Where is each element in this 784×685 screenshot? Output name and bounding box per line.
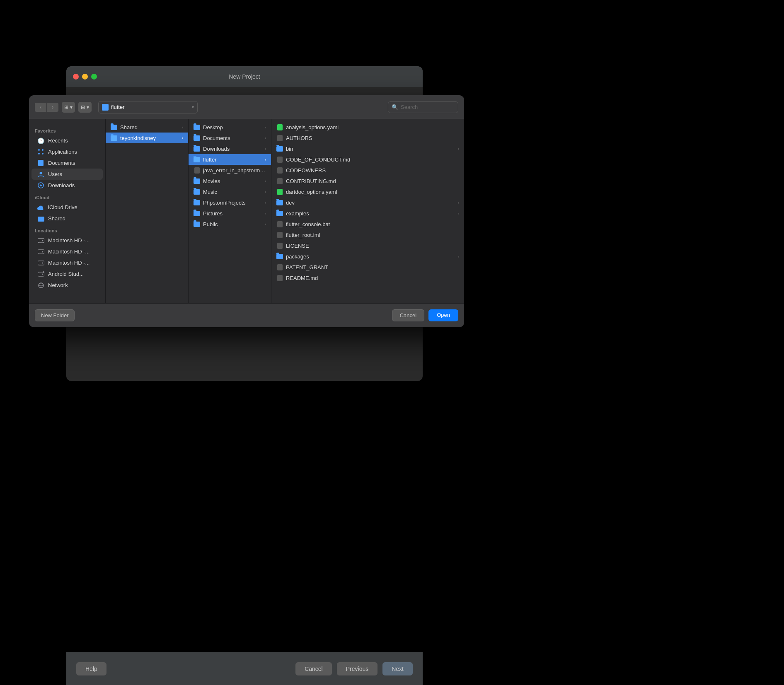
- cancel-button-bg[interactable]: Cancel: [295, 662, 332, 675]
- bg-titlebar: New Project: [66, 66, 423, 87]
- panel1-shared-arrow: ›: [182, 125, 183, 130]
- panel3-examples-arrow: ›: [458, 211, 459, 216]
- nav-btn-group: ‹ ›: [35, 103, 58, 112]
- panel3-dartdoc-name: dartdoc_options.yaml: [286, 189, 459, 195]
- sidebar-item-users[interactable]: Users: [31, 169, 103, 180]
- panel2-pictures-name: Pictures: [203, 210, 262, 217]
- sidebar-item-documents[interactable]: Documents: [31, 157, 103, 169]
- panel2-flutter-name: flutter: [203, 157, 262, 163]
- panel3-dev-name: dev: [286, 200, 455, 206]
- sidebar-item-network[interactable]: Network: [31, 280, 103, 291]
- sidebar-item-macintosh-hd-2[interactable]: Macintosh HD -...: [31, 246, 103, 257]
- panel3-patent-icon: [276, 264, 283, 270]
- panel3-authors-name: AUTHORS: [286, 135, 459, 141]
- panel3-flutter-console[interactable]: flutter_console.bat: [271, 219, 464, 229]
- sidebar-item-icloud-drive[interactable]: iCloud Drive: [31, 202, 103, 213]
- panel3-flutter-root-name: flutter_root.iml: [286, 232, 459, 238]
- svg-rect-4: [38, 160, 44, 166]
- panel2-java-error[interactable]: java_error_in_phpstorm.hprof: [189, 165, 271, 176]
- panel3-flutter-console-icon: [276, 221, 283, 227]
- panel3-flutter-root[interactable]: flutter_root.iml: [271, 229, 464, 240]
- panel2-movies-arrow: ›: [265, 179, 266, 183]
- icloud-label: iCloud: [29, 191, 105, 202]
- sidebar-item-downloads[interactable]: Downloads: [31, 180, 103, 191]
- panel3-authors-icon: [276, 135, 283, 141]
- panel1-shared[interactable]: Shared ›: [106, 122, 188, 133]
- sidebar-item-macintosh-hd-1[interactable]: Macintosh HD -...: [31, 235, 103, 246]
- panel2-documents-arrow: ›: [265, 136, 266, 140]
- location-bar[interactable]: flutter ▾: [98, 101, 198, 113]
- panel1-teyonkindisney-arrow: ›: [182, 136, 183, 140]
- search-box[interactable]: 🔍 Search: [388, 101, 458, 113]
- panel2-documents[interactable]: Documents ›: [189, 133, 271, 143]
- sidebar-item-recents[interactable]: 🕐 Recents: [31, 135, 103, 146]
- nav-back-button[interactable]: ‹: [35, 103, 46, 112]
- view-columns-toggle[interactable]: ⊞ ▾: [62, 102, 75, 113]
- traffic-light-yellow[interactable]: [82, 74, 88, 80]
- panel2-downloads[interactable]: Downloads ›: [189, 143, 271, 154]
- icon-view-arrow: ▾: [87, 104, 89, 110]
- panel3-bin[interactable]: bin ›: [271, 143, 464, 154]
- panel3-authors[interactable]: AUTHORS: [271, 133, 464, 143]
- panel2-public[interactable]: Public ›: [189, 219, 271, 229]
- panel2-phpstorm[interactable]: PhpstormProjects ›: [189, 197, 271, 208]
- panel3-bin-arrow: ›: [458, 147, 459, 151]
- panel3-dartdoc[interactable]: dartdoc_options.yaml: [271, 186, 464, 197]
- previous-button[interactable]: Previous: [337, 662, 377, 675]
- panel3-patent[interactable]: PATENT_GRANT: [271, 262, 464, 273]
- help-button[interactable]: Help: [76, 662, 106, 675]
- sidebar-item-macintosh-hd-3[interactable]: Macintosh HD -...: [31, 257, 103, 268]
- bg-bottom-bar: Help Cancel Previous Next: [66, 652, 423, 685]
- panel3-examples[interactable]: examples ›: [271, 208, 464, 219]
- panel2-desktop[interactable]: Desktop ›: [189, 122, 271, 133]
- new-folder-button[interactable]: New Folder: [35, 309, 75, 321]
- svg-point-10: [42, 240, 43, 241]
- favorites-label: Favorites: [29, 124, 105, 135]
- panel3-analysis[interactable]: analysis_options.yaml: [271, 122, 464, 133]
- panel3-flutter-root-icon: [276, 232, 283, 238]
- next-button[interactable]: Next: [382, 662, 413, 675]
- panel3-flutter-console-name: flutter_console.bat: [286, 221, 459, 227]
- traffic-light-red[interactable]: [73, 74, 79, 80]
- panel1-shared-folder-icon: [111, 124, 117, 130]
- panel1-shared-name: Shared: [120, 124, 179, 130]
- panel3-codeowners[interactable]: CODEOWNERS: [271, 165, 464, 176]
- svg-point-0: [38, 149, 40, 151]
- nav-back-icon: ‹: [40, 104, 41, 110]
- nav-forward-icon: ›: [52, 104, 53, 110]
- sidebar-icloud-drive-label: iCloud Drive: [48, 204, 77, 210]
- sidebar-item-icloud-shared[interactable]: Shared: [31, 213, 103, 224]
- file-picker-dialog: ‹ › ⊞ ▾ ⊟ ▾ flutter ▾ 🔍 Search Favorites: [29, 95, 464, 327]
- panel2-music[interactable]: Music ›: [189, 186, 271, 197]
- cancel-button[interactable]: Cancel: [392, 309, 424, 321]
- panel1-teyonkindisney[interactable]: teyonkindisney ›: [106, 133, 188, 143]
- panel3-codeowners-name: CODEOWNERS: [286, 167, 459, 174]
- locations-label: Locations: [29, 224, 105, 235]
- view-icon-toggle[interactable]: ⊟ ▾: [78, 102, 92, 113]
- open-button[interactable]: Open: [428, 309, 458, 321]
- panel2-movies[interactable]: Movies ›: [189, 176, 271, 186]
- nav-forward-button[interactable]: ›: [47, 103, 58, 112]
- panel2-flutter[interactable]: flutter ›: [189, 154, 271, 165]
- documents-icon: [37, 159, 44, 166]
- dialog-footer: New Folder Cancel Open: [29, 303, 464, 327]
- sidebar-macintosh-hd-1-label: Macintosh HD -...: [48, 237, 90, 244]
- panel2-java-error-icon: [194, 167, 200, 173]
- panel3-packages-icon: [276, 253, 283, 259]
- panel3-coc[interactable]: CODE_OF_CONDUCT.md: [271, 154, 464, 165]
- sidebar-item-applications[interactable]: Applications: [31, 146, 103, 157]
- search-placeholder: Search: [401, 104, 418, 110]
- panel3-packages[interactable]: packages ›: [271, 251, 464, 262]
- sidebar-item-android-studio[interactable]: Android Stud...: [31, 268, 103, 280]
- panel2-flutter-arrow: ›: [265, 157, 266, 162]
- panel3-license[interactable]: LICENSE: [271, 240, 464, 251]
- panel2-pictures-arrow: ›: [265, 211, 266, 216]
- shared-folder-icon: [37, 215, 44, 222]
- panel2-pictures[interactable]: Pictures ›: [189, 208, 271, 219]
- traffic-light-green[interactable]: [91, 74, 97, 80]
- panel3-dev[interactable]: dev ›: [271, 197, 464, 208]
- sidebar-network-label: Network: [48, 282, 68, 288]
- sidebar-documents-label: Documents: [48, 160, 75, 166]
- panel3-readme[interactable]: README.md: [271, 273, 464, 283]
- panel3-contributing[interactable]: CONTRIBUTING.md: [271, 176, 464, 186]
